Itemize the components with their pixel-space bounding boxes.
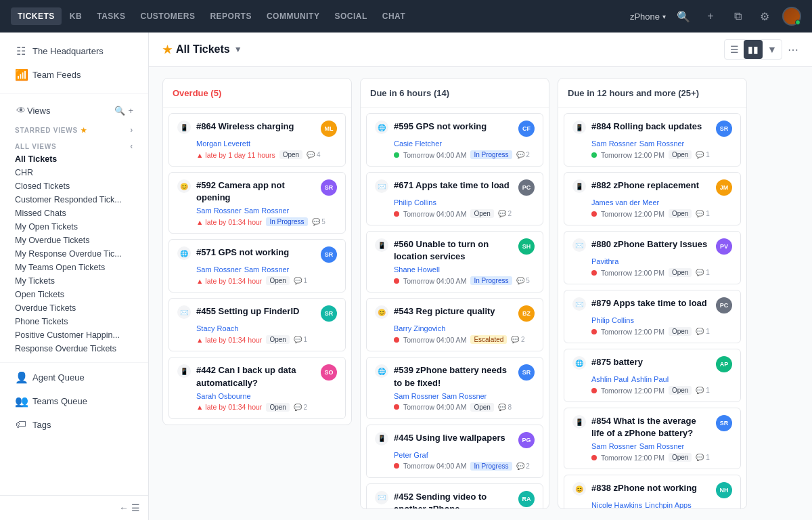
ticket-571[interactable]: 🌐 #571 GPS not working SR Sam Rossner Sa…	[168, 239, 346, 292]
ticket-875-icon: 🌐	[572, 356, 586, 370]
user-avatar[interactable]	[782, 7, 801, 26]
view-phone-tickets[interactable]: Phone Tickets	[8, 315, 140, 328]
view-response-overdue[interactable]: Response Overdue Tickets	[8, 342, 140, 355]
ticket-571-msgs: 💬 1	[294, 277, 307, 284]
more-options-btn[interactable]: ⋯	[788, 43, 798, 56]
ticket-880-assignee[interactable]: Pavithra	[591, 257, 618, 265]
sidebar-workspace[interactable]: ☷ The Headquarters	[8, 39, 140, 63]
ticket-445[interactable]: 📱 #445 Using live wallpapers PG Peter Gr…	[366, 425, 543, 478]
view-missed-chats[interactable]: Missed Chats	[8, 207, 140, 220]
ticket-539-assignee1[interactable]: Sam Rossner	[394, 392, 439, 400]
ticket-452-avatar: RA	[518, 491, 535, 507]
ticket-854-assignee1[interactable]: Sam Rossner	[591, 442, 637, 450]
ticket-455-assignee[interactable]: Stacy Roach	[196, 324, 238, 332]
nav-reports[interactable]: REPORTS	[203, 7, 258, 25]
ticket-592[interactable]: 😊 #592 Camera app not opening SR Sam Ros…	[168, 172, 346, 234]
view-all-tickets[interactable]: All Tickets	[8, 152, 140, 166]
search-icon-btn[interactable]: 🔍	[674, 7, 693, 26]
view-my-overdue[interactable]: My Overdue Tickets	[8, 234, 140, 247]
ticket-864[interactable]: 📱 #864 Wireless charging ML Morgan Lever…	[168, 113, 346, 167]
nav-tasks[interactable]: TASKS	[90, 7, 132, 25]
ticket-884-assignee1[interactable]: Sam Rossner	[591, 139, 637, 148]
ticket-452[interactable]: ✉️ #452 Sending video to another zPhone …	[366, 483, 543, 508]
view-customer-responded[interactable]: Customer Responded Tick...	[8, 193, 140, 207]
ticket-884[interactable]: 📱 #884 Rolling back updates SR Sam Rossn…	[564, 113, 741, 167]
ticket-864-assignee[interactable]: Morgan Leverett	[196, 139, 250, 148]
nav-community[interactable]: COMMUNITY	[260, 7, 327, 25]
ticket-838-assignee1[interactable]: Nicole Hawkins	[591, 501, 642, 508]
nav-customers[interactable]: CUSTOMERS	[133, 7, 202, 25]
ticket-595[interactable]: 🌐 #595 GPS not working CF Casie Fletcher	[366, 113, 543, 167]
view-my-open[interactable]: My Open Tickets	[8, 220, 140, 234]
ticket-838-assignee2[interactable]: Linchpin Apps	[645, 501, 692, 508]
ticket-560-msgs: 💬 5	[516, 277, 530, 284]
views-add-btn[interactable]: +	[128, 106, 133, 116]
app-name-selector[interactable]: zPhone ▾	[630, 12, 666, 22]
ticket-880[interactable]: ✉️ #880 zPhone Battery Issues PV Pavithr…	[564, 231, 741, 284]
sidebar-tags[interactable]: 🏷 Tags	[8, 413, 140, 436]
ticket-879[interactable]: ✉️ #879 Apps take time to load PC Philip…	[564, 290, 741, 343]
ticket-884-assignee2[interactable]: Sam Rossner	[639, 139, 685, 148]
ticket-539-msgs: 💬 8	[498, 404, 512, 411]
main-layout: ☷ The Headquarters 📶 Team Feeds 👁 Views …	[0, 32, 812, 520]
ticket-884-title: #884 Rolling back updates	[591, 121, 702, 133]
nav-social[interactable]: SOCIAL	[328, 7, 374, 25]
view-overdue-tickets[interactable]: Overdue Tickets	[8, 301, 140, 315]
plus-icon-btn[interactable]: +	[701, 7, 720, 26]
views-search-btn[interactable]: 🔍	[114, 106, 125, 116]
col-cards-due12h: 📱 #884 Rolling back updates SR Sam Rossn…	[558, 108, 746, 508]
kanban-view-btn[interactable]: ▮▮	[744, 40, 763, 59]
ticket-560[interactable]: 📱 #560 Unable to turn on location servic…	[366, 231, 543, 292]
ticket-875[interactable]: 🌐 #875 battery AP Ashlin Paul Ashlin Pau…	[564, 349, 741, 402]
page-title[interactable]: ★ All Tickets ▼	[162, 43, 242, 56]
ticket-442-assignee[interactable]: Sarah Osbourne	[196, 392, 251, 400]
ticket-882-assignee[interactable]: James van der Meer	[591, 198, 659, 207]
ticket-875-assignee1[interactable]: Ashlin Paul	[591, 375, 629, 383]
ticket-442[interactable]: 📱 #442 Can I back up data automatically?…	[168, 357, 346, 418]
ticket-543-assignee[interactable]: Barry Zingovich	[394, 324, 445, 332]
ticket-595-assignee[interactable]: Casie Fletcher	[394, 139, 442, 148]
ticket-592-assignee1[interactable]: Sam Rossner	[196, 207, 242, 215]
ticket-884-time: Tomorrow 12:00 PM	[601, 151, 664, 159]
nav-kb[interactable]: KB	[63, 7, 89, 25]
ticket-539-assignee2[interactable]: Sam Rossner	[442, 392, 487, 400]
nav-chat[interactable]: CHAT	[376, 7, 412, 25]
view-chr[interactable]: CHR	[8, 166, 140, 179]
ticket-879-assignee[interactable]: Philip Collins	[591, 316, 634, 324]
view-options-btn[interactable]: ▼	[763, 40, 782, 59]
settings-icon-btn[interactable]: ⚙	[755, 7, 774, 26]
col-header-due6h: Due in 6 hours (14)	[361, 79, 549, 108]
sidebar-workspace-section: ☷ The Headquarters 📶 Team Feeds	[0, 32, 148, 94]
ticket-539[interactable]: 🌐 #539 zPhone battery needs to be fixed!…	[366, 357, 543, 418]
ticket-592-assignee2[interactable]: Sam Rossner	[244, 207, 290, 215]
view-closed-tickets[interactable]: Closed Tickets	[8, 179, 140, 193]
ticket-571-assignee1[interactable]: Sam Rossner	[196, 265, 242, 274]
ticket-445-assignee[interactable]: Peter Graf	[394, 451, 428, 459]
ticket-854[interactable]: 📱 #854 What is the average life of a zPh…	[564, 408, 741, 469]
sidebar-teams-queue[interactable]: 👥 Teams Queue	[8, 389, 140, 413]
ticket-838-title: #838 zPhone not working	[591, 482, 697, 494]
ticket-854-assignee2[interactable]: Sam Rossner	[639, 442, 685, 450]
nav-tickets[interactable]: TICKETS	[11, 7, 62, 25]
sidebar-collapse-btn[interactable]: ← ☰	[119, 502, 140, 513]
view-my-tickets[interactable]: My Tickets	[8, 274, 140, 288]
view-my-teams-open[interactable]: My Teams Open Tickets	[8, 261, 140, 274]
ticket-543[interactable]: 😊 #543 Reg picture quality BZ Barry Zing…	[366, 298, 543, 351]
ticket-882[interactable]: 📱 #882 zPhone replacement JM James van d…	[564, 172, 741, 225]
ticket-445-icon: 📱	[375, 432, 388, 446]
ticket-571-assignee2[interactable]: Sam Rossner	[244, 265, 290, 274]
view-my-response-overdue[interactable]: My Response Overdue Tic...	[8, 247, 140, 261]
sidebar-team-feeds[interactable]: 📶 Team Feeds	[8, 63, 140, 87]
ticket-875-assignee2[interactable]: Ashlin Paul	[631, 375, 669, 383]
col-header-overdue: Overdue (5)	[163, 79, 351, 108]
view-positive-customer[interactable]: Positive Customer Happin...	[8, 328, 140, 342]
ticket-455[interactable]: ✉️ #455 Setting up FinderID SR Stacy Roa…	[168, 298, 346, 351]
list-view-btn[interactable]: ☰	[725, 40, 744, 59]
ticket-671-assignee[interactable]: Philip Collins	[394, 198, 436, 207]
ticket-671[interactable]: ✉️ #671 Apps take time to load PC Philip…	[366, 172, 543, 225]
ticket-838[interactable]: 😊 #838 zPhone not working NH Nicole Hawk…	[564, 475, 741, 508]
ticket-560-assignee[interactable]: Shane Howell	[394, 265, 440, 274]
external-icon-btn[interactable]: ⧉	[728, 7, 747, 26]
sidebar-agent-queue[interactable]: 👤 Agent Queue	[8, 366, 140, 389]
view-open-tickets[interactable]: Open Tickets	[8, 288, 140, 301]
